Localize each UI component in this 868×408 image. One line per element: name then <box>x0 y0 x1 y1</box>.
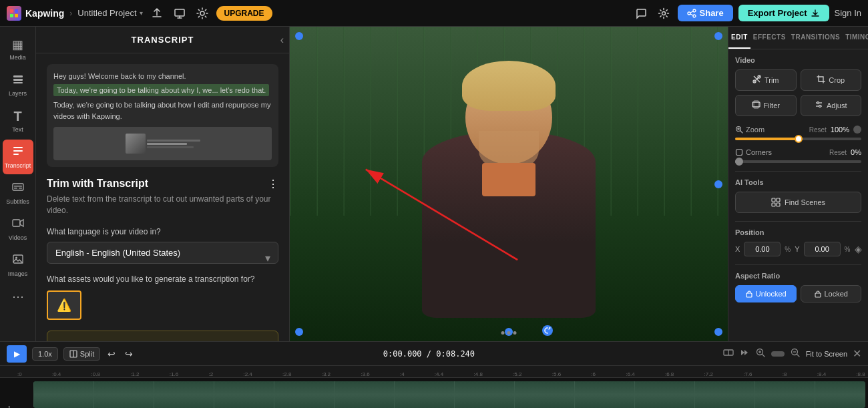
position-title: Position <box>735 228 861 236</box>
corner-handle-tr[interactable] <box>714 32 722 40</box>
ruler-mark: :6 <box>591 371 596 377</box>
sidebar-item-media[interactable]: ▦ Media <box>3 32 33 66</box>
sidebar-item-transcript[interactable]: Transcript <box>3 140 33 174</box>
svg-point-22 <box>15 257 17 259</box>
ruler-mark: :8.8 <box>856 371 865 377</box>
gear-button[interactable] <box>655 5 672 22</box>
ruler-mark: :0.8 <box>91 371 100 377</box>
chat-button[interactable] <box>632 5 650 22</box>
share-button[interactable]: Share <box>678 5 733 21</box>
x-input[interactable] <box>744 242 781 256</box>
zoom-slider[interactable] <box>735 138 861 140</box>
svg-rect-15 <box>13 154 19 155</box>
zoom-section: Zoom Reset 100% <box>735 126 861 140</box>
locked-button[interactable]: Locked <box>801 285 862 302</box>
settings-magic-button[interactable] <box>194 5 211 22</box>
adjust-button[interactable]: Adjust <box>801 95 862 116</box>
main-area: ▦ Media Layers T Text Transcript Subtitl… <box>0 27 868 341</box>
export-button[interactable]: Export Project <box>738 5 829 21</box>
video-area <box>290 27 728 341</box>
play-button[interactable]: ▶ <box>7 345 27 363</box>
sidebar-item-subtitles[interactable]: Subtitles <box>3 176 33 210</box>
zoom-in-timeline-button[interactable] <box>755 347 766 360</box>
timeline-right-controls: Fit to Screen ✕ <box>723 347 861 360</box>
svg-rect-16 <box>13 184 23 190</box>
tab-edit[interactable]: EDIT <box>728 27 750 49</box>
trim-options-button[interactable]: ⋮ <box>268 178 278 190</box>
redo-button[interactable]: ↪ <box>123 347 135 361</box>
video-canvas[interactable] <box>290 27 728 341</box>
close-timeline-button[interactable]: ✕ <box>853 347 861 360</box>
corners-reset-button[interactable]: Reset <box>829 149 847 156</box>
upload-button[interactable] <box>148 5 166 22</box>
ruler-mark: :7.6 <box>743 371 752 377</box>
zoom-out-timeline-button[interactable] <box>790 347 801 360</box>
svg-point-8 <box>688 12 690 15</box>
speed-button[interactable]: 1.0x <box>32 347 58 361</box>
split-button[interactable]: Split <box>63 347 100 361</box>
ruler-mark: :5.2 <box>513 371 521 377</box>
y-input[interactable] <box>804 242 841 256</box>
signin-button[interactable]: Sign In <box>835 8 861 18</box>
filter-button[interactable]: Filter <box>735 95 797 116</box>
corner-handle-br[interactable] <box>714 328 722 336</box>
svg-rect-37 <box>736 150 742 156</box>
ruler-mark: :0.4 <box>52 371 61 377</box>
svg-point-6 <box>662 11 665 15</box>
ruler-mark: :1.2 <box>130 371 139 377</box>
sidebar-item-more[interactable]: ⋯ <box>3 284 33 309</box>
split-screen-button[interactable] <box>723 347 734 360</box>
sidebar-item-text[interactable]: T Text <box>3 104 33 138</box>
tool-grid: Trim Crop Filter <box>735 69 861 116</box>
unlocked-button[interactable]: Unlocked <box>735 285 797 302</box>
edit-tabs: EDIT EFFECTS TRANSITIONS TIMING <box>728 27 868 49</box>
track-clip-1[interactable] <box>33 381 865 408</box>
crop-button[interactable]: Crop <box>801 69 862 91</box>
svg-point-5 <box>200 11 204 15</box>
svg-rect-13 <box>13 147 23 148</box>
svg-rect-43 <box>815 293 821 297</box>
svg-point-7 <box>693 9 696 12</box>
track-content-1[interactable] <box>33 381 865 408</box>
sidebar-item-layers[interactable]: Layers <box>3 67 33 102</box>
ruler-mark: :3.2 <box>322 371 331 377</box>
corners-slider[interactable] <box>735 160 861 163</box>
corner-handle-tl[interactable] <box>295 32 303 40</box>
corner-handle-rm[interactable] <box>714 180 722 188</box>
sidebar-item-images[interactable]: Images <box>3 248 33 282</box>
panel-collapse-button[interactable]: ‹ <box>280 34 284 46</box>
ruler-mark: :0 <box>17 371 22 377</box>
asset-list: ⚠️ <box>47 290 278 320</box>
svg-line-53 <box>797 355 799 357</box>
corners-section: Corners Reset 0% <box>735 148 861 163</box>
trim-button[interactable]: Trim <box>735 69 797 91</box>
timeline-tracks: 1 <box>0 378 868 408</box>
zoom-reset-button[interactable]: Reset <box>809 126 827 134</box>
undo-button[interactable]: ↩ <box>105 347 118 361</box>
monitor-button[interactable] <box>171 5 188 22</box>
video-more-options[interactable] <box>501 331 517 335</box>
svg-rect-39 <box>777 198 780 202</box>
zoom-link-icon[interactable] <box>853 126 861 134</box>
skip-button[interactable] <box>739 347 750 360</box>
tab-effects[interactable]: EFFECTS <box>750 27 789 49</box>
timeline-scroll-thumb[interactable] <box>771 351 785 357</box>
ruler-marks-container: :0 :0.4 :0.8 :1.2 :1.6 :2 :2.4 :2.8 :3.2… <box>0 366 868 377</box>
sidebar-item-videos[interactable]: Videos <box>3 212 33 246</box>
position-link-icon[interactable]: ◈ <box>855 244 862 254</box>
language-select[interactable]: English - English (United States) <box>47 242 278 264</box>
rotate-handle[interactable] <box>542 325 553 336</box>
find-scenes-button[interactable]: Find Scenes <box>735 192 861 213</box>
tab-transitions[interactable]: TRANSITIONS <box>789 27 843 49</box>
corner-handle-bl[interactable] <box>295 328 303 336</box>
asset-thumb-1[interactable]: ⚠️ <box>47 290 81 320</box>
project-name[interactable]: Untitled Project ▾ <box>77 8 142 18</box>
svg-rect-40 <box>772 203 775 206</box>
language-select-wrapper: English - English (United States) <box>47 242 278 274</box>
tab-timing[interactable]: TIMING <box>843 27 868 49</box>
svg-rect-19 <box>14 186 22 187</box>
fit-to-screen-button[interactable]: Fit to Screen <box>806 350 847 358</box>
more-icon: ⋯ <box>12 289 24 304</box>
ruler-mark: :2.4 <box>243 371 252 377</box>
upgrade-button[interactable]: UPGRADE <box>216 6 272 21</box>
